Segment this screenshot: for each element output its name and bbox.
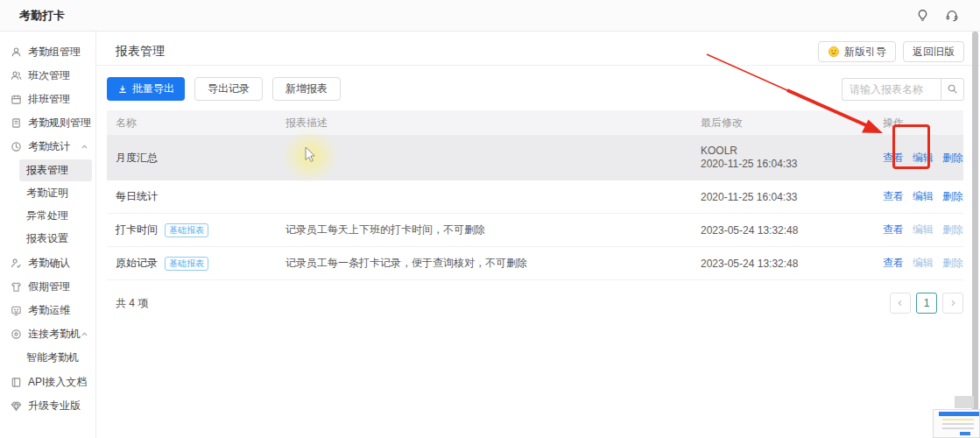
users-icon <box>11 70 22 81</box>
sidebar-item-scheduling-management[interactable]: 排班管理 <box>0 88 95 111</box>
sidebar-item-attendance-confirmation[interactable]: 考勤确认 <box>0 251 95 275</box>
user-check-icon <box>11 258 22 269</box>
table-header: 名称 报表描述 最后修改 操作 <box>107 110 963 135</box>
modified-at: 2020-11-25 16:04:33 <box>701 191 883 203</box>
modified-at: 2023-05-24 13:32:48 <box>701 258 883 270</box>
column-header-last-modified: 最后修改 <box>701 116 883 131</box>
search-button[interactable] <box>941 78 964 101</box>
sidebar-item-report-management[interactable]: 报表管理 <box>19 159 92 181</box>
view-link[interactable]: 查看 <box>883 256 904 271</box>
chevron-right-icon <box>948 299 957 307</box>
export-records-button[interactable]: 导出记录 <box>194 77 263 101</box>
view-link[interactable]: 查看 <box>883 223 904 237</box>
sidebar-item-attendance-certificate[interactable]: 考勤证明 <box>19 182 92 204</box>
edit-link[interactable]: 编辑 <box>913 151 934 166</box>
column-header-actions: 操作 <box>883 116 963 131</box>
sidebar-item-connect-attendance-machine[interactable]: 连接考勤机 <box>0 322 95 346</box>
chevron-up-icon <box>81 330 88 338</box>
pagination: 1 <box>890 293 963 314</box>
basic-report-badge: 基础报表 <box>165 223 208 237</box>
delete-link: 删除 <box>942 223 963 237</box>
machine-icon <box>11 328 22 340</box>
sidebar-item-shift-management[interactable]: 班次管理 <box>0 64 95 88</box>
chevron-left-icon <box>896 299 905 307</box>
page-number-button[interactable]: 1 <box>916 293 937 314</box>
table-row[interactable]: 原始记录 基础报表 记录员工每一条打卡记录，便于查询核对，不可删除 2023-0… <box>107 247 963 280</box>
table-row[interactable]: 月度汇总 KOOLR 2020-11-25 16:04:33 查看 编辑 删除 <box>107 135 963 180</box>
report-table: 名称 报表描述 最后修改 操作 月度汇总 KOOLR 2020-11-25 16… <box>107 110 963 280</box>
delete-link[interactable]: 删除 <box>942 189 963 204</box>
sidebar-item-leave-management[interactable]: 假期管理 <box>0 275 95 299</box>
view-link[interactable]: 查看 <box>883 151 904 166</box>
delete-link[interactable]: 删除 <box>942 151 963 166</box>
sidebar-item-smart-attendance-machine[interactable]: 智能考勤机 <box>19 347 92 369</box>
sidebar-item-attendance-ops[interactable]: 考勤运维 <box>0 299 95 322</box>
sidebar-item-exception-handling[interactable]: 异常处理 <box>19 205 92 227</box>
modified-at: 2020-11-25 16:04:33 <box>701 158 883 171</box>
table-row[interactable]: 打卡时间 基础报表 记录员工每天上下班的打卡时间，不可删除 2023-05-24… <box>107 214 963 247</box>
edit-link[interactable]: 编辑 <box>913 189 934 204</box>
shirt-icon <box>11 281 22 293</box>
sidebar-item-api-docs[interactable]: API接入文档 <box>0 371 95 394</box>
edit-link: 编辑 <box>913 223 934 237</box>
batch-export-button[interactable]: 批量导出 <box>107 77 185 101</box>
app-title: 考勤打卡 <box>19 8 65 24</box>
modified-at: 2023-05-24 13:32:48 <box>701 224 883 237</box>
total-count: 共 4 项 <box>107 296 148 311</box>
monitor-face-icon <box>11 305 22 316</box>
prev-page-button[interactable] <box>890 293 911 314</box>
delete-link: 删除 <box>942 256 963 271</box>
basic-report-badge: 基础报表 <box>165 257 208 271</box>
vertical-scrollbar[interactable] <box>972 32 978 438</box>
view-link[interactable]: 查看 <box>883 189 904 204</box>
new-version-guide-button[interactable]: 新版引导 <box>818 41 896 62</box>
lightbulb-icon[interactable] <box>916 9 929 22</box>
sidebar-item-attendance-rules[interactable]: 考勤规则管理 <box>0 111 95 135</box>
document-icon <box>11 117 22 129</box>
clock-icon <box>11 141 22 152</box>
sidebar-item-upgrade-pro[interactable]: 升级专业版 <box>0 394 95 418</box>
sidebar-item-report-settings[interactable]: 报表设置 <box>19 228 92 250</box>
download-icon <box>117 84 128 95</box>
modified-by: KOOLR <box>701 145 883 158</box>
gem-icon <box>11 400 22 412</box>
mini-window-thumbnail <box>933 409 980 438</box>
column-header-description: 报表描述 <box>286 116 701 131</box>
mini-window-fragment <box>955 396 974 408</box>
chevron-up-icon <box>81 143 88 151</box>
calendar-icon <box>11 94 22 105</box>
back-to-old-version-button[interactable]: 返回旧版 <box>903 41 964 62</box>
book-icon <box>11 377 22 388</box>
search-icon <box>947 83 958 95</box>
column-header-name: 名称 <box>116 116 286 131</box>
sidebar-item-attendance-statistics[interactable]: 考勤统计 <box>0 135 95 159</box>
headset-icon[interactable] <box>945 9 959 22</box>
page-title: 报表管理 <box>116 44 165 60</box>
next-page-button[interactable] <box>942 293 963 314</box>
table-row[interactable]: 每日统计 2020-11-25 16:04:33 查看 编辑 删除 <box>107 180 963 214</box>
user-icon <box>11 46 22 58</box>
sidebar-item-attendance-group-management[interactable]: 考勤组管理 <box>0 40 95 64</box>
smiley-icon <box>828 46 840 58</box>
edit-link: 编辑 <box>913 256 934 271</box>
sidebar: 考勤组管理 班次管理 排班管理 考勤规则管理 考勤统计 报表管理 考勤证明 <box>0 32 96 438</box>
report-search-input[interactable] <box>842 78 941 101</box>
topbar: 考勤打卡 <box>0 0 980 32</box>
main-content: 报表管理 新版引导 返回旧版 批量导出 导出记录 <box>96 32 980 438</box>
new-report-button[interactable]: 新增报表 <box>272 77 341 101</box>
